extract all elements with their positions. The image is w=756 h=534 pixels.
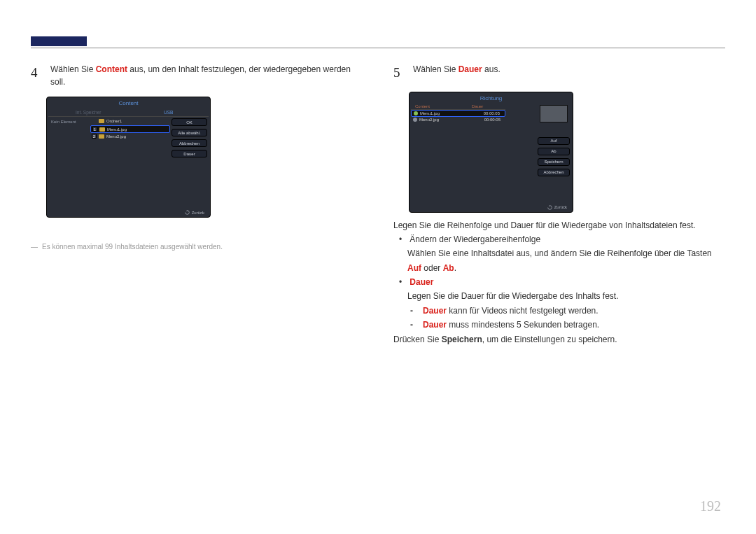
step-text: Wählen Sie Content aus, um den Inhalt fe… (50, 63, 363, 88)
sub-item: Dauer kann für Videos nicht festgelegt w… (423, 304, 725, 318)
sub-item: Dauer muss mindestens 5 Sekunden betrage… (423, 318, 725, 332)
back-label: Zurück (192, 211, 204, 215)
return-icon (185, 210, 190, 215)
duration-value: 00:00:05 (484, 111, 503, 115)
right-column: 5 Wählen Sie Dauer aus. Richtung Content… (393, 63, 725, 346)
save-button[interactable]: Speichern (538, 158, 570, 166)
sub-post: kann für Videos nicht festgelegt werden. (447, 306, 598, 316)
p2-pre: Drücken Sie (393, 335, 442, 344)
ok-button[interactable]: OK (172, 118, 207, 126)
content-screen: Content Int. Speicher USB Kein Element (46, 97, 211, 218)
down-button[interactable]: Ab (538, 148, 570, 155)
return-icon (547, 205, 552, 210)
paragraph: Legen Sie die Reihenfolge und Dauer für … (393, 218, 725, 232)
sub-post: muss mindestens 5 Sekunden betragen. (447, 320, 599, 330)
list-row[interactable]: Menu2.jpg 00:00:05 (411, 117, 505, 122)
screen-title: Richtung (410, 92, 573, 104)
step-highlight: Content (96, 64, 127, 74)
no-element-label: Kein Element (51, 120, 76, 124)
footnote-text: Es können maximal 99 Inhaltsdateien ausg… (42, 243, 223, 251)
file-name: Menu1.jpg (107, 127, 127, 132)
up-button[interactable]: Auf (538, 137, 570, 145)
file-list: Ordner1 1 Menu1.jpg 2 Menu2.jpg (90, 117, 170, 162)
tab-internal[interactable]: Int. Speicher (48, 108, 129, 116)
file-name: Menu2.jpg (106, 134, 126, 139)
footnote-dash: ― (31, 243, 38, 251)
folder-name: Ordner1 (106, 119, 122, 123)
image-icon (99, 134, 104, 139)
li-desc-pre: Wählen Sie eine Inhaltsdatei aus, und än… (407, 248, 712, 258)
step-number: 4 (31, 63, 42, 88)
left-column: 4 Wählen Sie Content aus, um den Inhalt … (31, 63, 363, 346)
left-pane: Kein Element (48, 117, 90, 162)
file-index: 1 (92, 127, 97, 132)
deselect-all-button[interactable]: Alle abwähl. (172, 129, 207, 136)
back-label: Zurück (554, 205, 567, 209)
p2-post: , um die Einstellungen zu speichern. (482, 335, 617, 344)
sub-hl: Dauer (423, 306, 447, 316)
side-buttons: OK Alle abwähl. Abbrechen Dauer (170, 117, 209, 162)
li-post: . (454, 263, 456, 273)
duration-value: 00:00:05 (484, 118, 503, 122)
cancel-button[interactable]: Abbrechen (172, 139, 207, 147)
p2-hl: Speichern (442, 335, 482, 344)
list-row-selected[interactable]: Menu1.jpg 00:00:05 (411, 110, 505, 117)
file-name: Menu2.jpg (419, 118, 439, 122)
folder-icon (99, 119, 104, 123)
paragraph: Drücken Sie Speichern, um die Einstellun… (393, 332, 725, 346)
step-text-pre: Wählen Sie (50, 64, 96, 74)
file-row-selected[interactable]: 1 Menu1.jpg (90, 125, 170, 133)
page-number: 192 (700, 498, 721, 514)
tab-row: Int. Speicher USB (48, 108, 209, 117)
back-button[interactable]: Zurück (185, 210, 204, 215)
image-icon (99, 127, 105, 132)
direction-screen: Richtung Content Dauer Menu1.jpg 00:00:0… (409, 92, 573, 213)
col-duration: Dauer (472, 104, 505, 109)
footnote: ― Es können maximal 99 Inhaltsdateien au… (31, 243, 363, 251)
step-text-pre: Wählen Sie (413, 64, 458, 74)
li-title: Dauer (410, 277, 433, 287)
status-dot-icon (414, 111, 418, 115)
file-index: 2 (92, 134, 97, 139)
list-item: Ändern der Wiedergabereihenfolge Wählen … (407, 232, 725, 275)
step-highlight: Dauer (458, 64, 482, 74)
li-mid: oder (421, 263, 443, 273)
li-hl: Ab (443, 263, 454, 273)
status-dot-icon (413, 118, 417, 122)
cancel-button[interactable]: Abbrechen (538, 169, 570, 176)
tab-usb[interactable]: USB (129, 108, 209, 116)
li-desc: Legen Sie die Dauer für die Wiedergabe d… (407, 291, 619, 301)
sub-hl: Dauer (423, 320, 447, 330)
section-marker (31, 36, 87, 46)
step-number: 5 (393, 63, 405, 83)
folder-row[interactable]: Ordner1 (90, 118, 170, 125)
back-button[interactable]: Zurück (547, 205, 567, 210)
li-title: Ändern der Wiedergabereihenfolge (410, 234, 540, 244)
list-item: Dauer Legen Sie die Dauer für die Wieder… (407, 275, 725, 332)
file-row[interactable]: 2 Menu2.jpg (90, 133, 170, 141)
li-hl: Auf (407, 263, 421, 273)
step-text-post: aus. (482, 64, 500, 74)
preview-thumbnail (540, 105, 568, 122)
col-content: Content (415, 104, 472, 109)
duration-button[interactable]: Dauer (172, 150, 207, 157)
top-divider (31, 48, 725, 48)
file-name: Menu1.jpg (420, 111, 440, 115)
screen-title: Content (47, 97, 210, 108)
step-text: Wählen Sie Dauer aus. (413, 63, 500, 83)
